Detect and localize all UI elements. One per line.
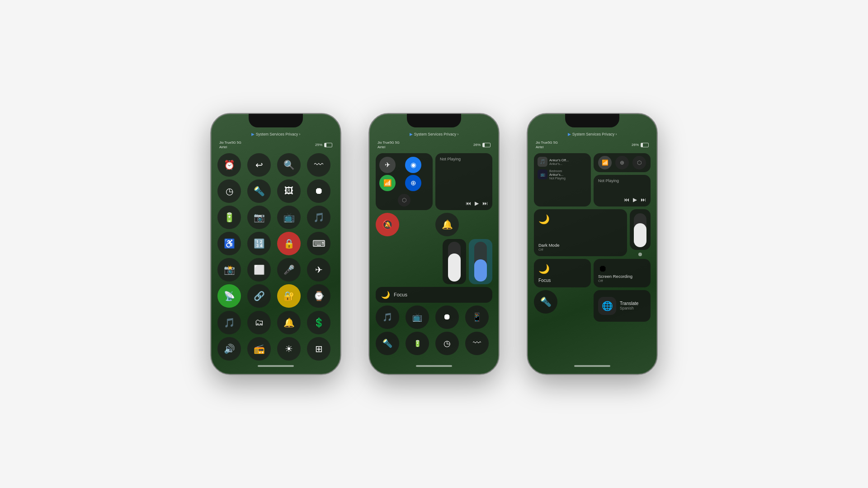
screen-rec-sub-3: Off bbox=[598, 279, 646, 283]
phone-2: ▶ System Services Privacy › Jio True5G 5… bbox=[368, 113, 500, 375]
wifi-icon-2[interactable]: 📶 bbox=[379, 175, 396, 191]
timer-2[interactable]: ◷ bbox=[435, 332, 459, 355]
status-bar-1: Jio True5G 5G Airtel 25% bbox=[217, 140, 334, 150]
wifi-icon[interactable]: 📡 bbox=[217, 284, 241, 308]
translate-tile-3[interactable]: 🌐 Translate Spanish bbox=[594, 290, 651, 322]
orientation-lock-icon[interactable]: 🔒 bbox=[277, 232, 301, 255]
privacy-row-2: ▶ System Services Privacy › bbox=[376, 132, 492, 136]
speaker-icon[interactable]: 🔊 bbox=[217, 337, 241, 361]
audio-sources-3: 🎵 Ankur's Off... Ankur's... 📺 Bedroom An… bbox=[534, 153, 591, 206]
next-track-2[interactable]: ⏭ bbox=[482, 200, 488, 206]
airplane-icon[interactable]: ✈ bbox=[307, 258, 330, 282]
conn-icons-3: 📶 ⊕ ⬡ bbox=[594, 153, 651, 172]
bluetooth-3[interactable]: ⊕ bbox=[615, 156, 629, 169]
focus-tile-2[interactable]: 🌙 Focus bbox=[376, 287, 492, 303]
record-icon[interactable]: ⏺ bbox=[307, 179, 330, 203]
connectivity-block-2: ✈ ◉ 📶 ⊕ ⬡ bbox=[376, 153, 433, 210]
play-pause-2[interactable]: ▶ bbox=[475, 200, 479, 206]
record-2[interactable]: ⏺ bbox=[435, 305, 459, 329]
wifi-icon-3[interactable]: 📶 bbox=[598, 156, 612, 169]
privacy-text-2: System Services Privacy › bbox=[414, 132, 459, 136]
scan-icon[interactable]: ⬜ bbox=[247, 258, 271, 282]
battery-2[interactable]: 🔋 bbox=[406, 332, 429, 355]
not-playing-3: Not Playing bbox=[598, 178, 646, 183]
airplane-toggle-2[interactable]: ✈ bbox=[379, 157, 396, 173]
not-playing-label-2: Not Playing bbox=[440, 157, 488, 161]
privacy-row-1: ▶ System Services Privacy › bbox=[217, 132, 334, 136]
display-icon[interactable]: 📺 bbox=[277, 206, 301, 229]
status-bar-3: Jio True5G 5G Airtel 26% bbox=[534, 140, 651, 150]
layers-icon[interactable]: 🗂 bbox=[247, 311, 271, 334]
link-icon[interactable]: 🔗 bbox=[247, 284, 271, 308]
torch-icon[interactable]: 🔦 bbox=[247, 179, 271, 203]
photo-icon[interactable]: 🖼 bbox=[277, 179, 301, 203]
battery-icon[interactable]: 🔋 bbox=[217, 206, 241, 229]
bell-icon-2[interactable]: 🔔 bbox=[435, 213, 459, 236]
music-icon[interactable]: 🎵 bbox=[217, 311, 241, 334]
shazam-icon[interactable]: 🎵 bbox=[307, 206, 330, 229]
slider-col-3 bbox=[630, 209, 651, 256]
media-block-2: Not Playing ⏮ ▶ ⏭ bbox=[435, 153, 492, 210]
play-3[interactable]: ▶ bbox=[633, 197, 637, 203]
focus-tile-3[interactable]: 🌙 Focus bbox=[534, 259, 591, 287]
source1-3: 🎵 Ankur's Off... Ankur's... bbox=[538, 157, 587, 167]
bluetooth-icon-2[interactable]: ⊕ bbox=[405, 175, 421, 191]
radio-icon[interactable]: 📻 bbox=[247, 337, 271, 361]
do-not-disturb-2[interactable]: 🔕 bbox=[376, 213, 399, 236]
top-row-3: 🎵 Ankur's Off... Ankur's... 📺 Bedroom An… bbox=[534, 153, 651, 206]
brightness-icon[interactable]: ☀ bbox=[277, 337, 301, 361]
control-center-panel-3: 🎵 Ankur's Off... Ankur's... 📺 Bedroom An… bbox=[534, 153, 651, 361]
mic-icon[interactable]: 🎤 bbox=[277, 258, 301, 282]
phone-1: ▶ System Services Privacy › Jio True5G 5… bbox=[210, 113, 341, 375]
clock-icon[interactable]: ◷ bbox=[217, 179, 241, 203]
home-indicator-2 bbox=[416, 365, 452, 367]
camera-icon[interactable]: 📸 bbox=[217, 258, 241, 282]
dark-mode-tile-3[interactable]: 🌙 Dark Mode Off bbox=[534, 209, 627, 256]
slider-dot-3 bbox=[638, 253, 642, 256]
keyboard-icon[interactable]: ⌨ bbox=[307, 232, 330, 255]
status-bar-2: Jio True5G 5G Airtel 26% bbox=[376, 140, 492, 150]
translate-icon-3: 🌐 bbox=[598, 297, 616, 315]
airdrop-3[interactable]: ⬡ bbox=[632, 156, 646, 169]
shazam-2[interactable]: 🎵 bbox=[376, 305, 399, 329]
prev-3[interactable]: ⏮ bbox=[624, 197, 629, 203]
screen-rec-tile-3[interactable]: ⏺ Screen Recording Off bbox=[594, 259, 651, 287]
watch-icon[interactable]: ⌚ bbox=[307, 284, 330, 308]
bell-icon[interactable]: 🔔 bbox=[277, 311, 301, 334]
torch-2[interactable]: 🔦 bbox=[376, 332, 399, 355]
screen-rec-label-3: Screen Recording bbox=[598, 274, 646, 279]
battery-info-2: 26% bbox=[473, 143, 491, 147]
privacy-lock-icon[interactable]: 🔐 bbox=[277, 284, 301, 308]
prev-track-2[interactable]: ⏮ bbox=[466, 200, 471, 206]
right-media-3: 📶 ⊕ ⬡ Not Playing ⏮ ▶ ⏭ bbox=[594, 153, 651, 206]
brightness-slider-3[interactable] bbox=[630, 209, 651, 250]
mirror-2[interactable]: 📺 bbox=[406, 305, 429, 329]
wifi-toggle-2[interactable]: ◉ bbox=[405, 157, 421, 173]
carrier-info-1: Jio True5G 5G Airtel bbox=[219, 141, 241, 150]
remote-2[interactable]: 📱 bbox=[465, 305, 489, 329]
home-indicator-3 bbox=[574, 365, 610, 367]
airdrop-icon-2[interactable]: ⬡ bbox=[398, 194, 410, 206]
control-center-panel-2: ✈ ◉ 📶 ⊕ ⬡ Not Playing ⏮ ▶ ⏭ bbox=[376, 153, 492, 361]
grid-icon[interactable]: ⊞ bbox=[307, 337, 330, 361]
privacy-text-1: System Services Privacy › bbox=[256, 132, 301, 136]
accessibility-icon[interactable]: ♿ bbox=[217, 232, 241, 255]
keypad-icon[interactable]: 🔢 bbox=[247, 232, 271, 255]
volume-slider-2[interactable] bbox=[469, 239, 492, 284]
shazam-translate-row-3: 🔦 🌐 Translate Spanish bbox=[534, 290, 651, 322]
rewind-icon[interactable]: ↩ bbox=[247, 153, 271, 177]
brightness-slider-2[interactable] bbox=[443, 239, 466, 284]
search-icon[interactable]: 🔍 bbox=[277, 153, 301, 177]
screenshot-icon[interactable]: 📷 bbox=[247, 206, 271, 229]
torch-btn-3[interactable]: 🔦 bbox=[534, 290, 557, 314]
carrier-info-2: Jio True5G 5G Airtel bbox=[377, 141, 400, 150]
next-3[interactable]: ⏭ bbox=[641, 197, 646, 203]
bottom-icons-2: 🎵 📺 ⏺ 📱 bbox=[376, 305, 492, 329]
dollar-icon[interactable]: 💲 bbox=[307, 311, 330, 334]
alarm-icon[interactable]: ⏰ bbox=[217, 153, 241, 177]
sound-meter-2[interactable]: 〰 bbox=[465, 332, 489, 355]
cc-icon-grid-1: ⏰ ↩ 🔍 〰 ◷ 🔦 🖼 ⏺ 🔋 📷 📺 🎵 ♿ 🔢 🔒 ⌨ 📸 ⬜ 🎤 ✈ … bbox=[217, 153, 334, 361]
privacy-text-3: System Services Privacy › bbox=[572, 132, 617, 136]
sound-icon[interactable]: 〰 bbox=[307, 153, 330, 177]
phone-3: ▶ System Services Privacy › Jio True5G 5… bbox=[527, 113, 658, 375]
